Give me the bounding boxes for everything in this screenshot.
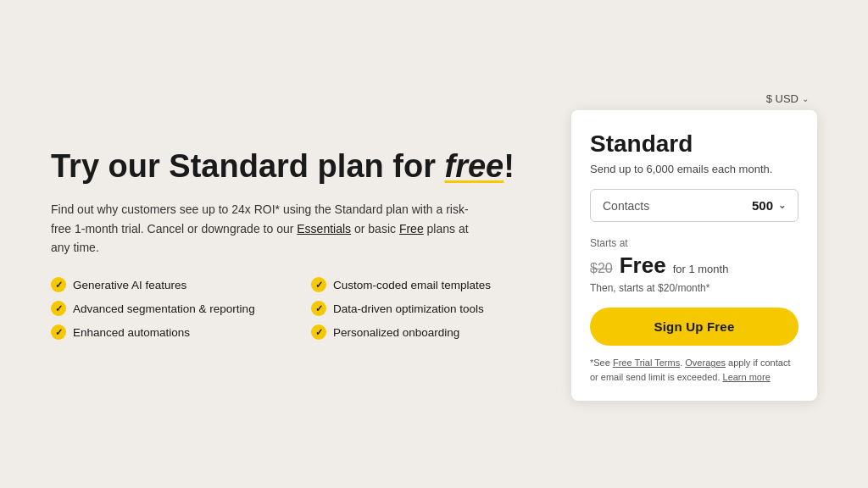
free-link[interactable]: Free [399, 222, 424, 236]
feature-label-5: Enhanced automations [73, 326, 190, 339]
features-grid: Generative AI features Custom-coded emai… [51, 277, 537, 340]
overages-link[interactable]: Overages [685, 358, 726, 368]
feature-item: Advanced segmentation & reporting [51, 301, 277, 316]
free-trial-terms-link[interactable]: Free Trial Terms [613, 358, 680, 368]
feature-label-2: Custom-coded email templates [333, 279, 491, 291]
plan-name: Standard [590, 130, 798, 158]
plan-subtitle: Send up to 6,000 emails each month. [590, 163, 798, 175]
essentials-link[interactable]: Essentials [297, 222, 351, 236]
contacts-value-group: 500 ⌄ [752, 198, 786, 213]
check-icon-2 [311, 277, 326, 292]
headline-free: free [445, 148, 504, 184]
right-section: $ USD ⌄ Standard Send up to 6,000 emails… [571, 87, 817, 401]
currency-chevron-icon: ⌄ [802, 94, 809, 103]
pricing-row: $20 Free for 1 month [590, 252, 798, 279]
for-period: for 1 month [673, 263, 729, 275]
feature-label-4: Data-driven optimization tools [333, 302, 484, 315]
contacts-number: 500 [752, 198, 773, 213]
feature-item: Generative AI features [51, 277, 277, 292]
feature-label-1: Generative AI features [73, 279, 186, 291]
check-icon-4 [311, 301, 326, 316]
signup-button[interactable]: Sign Up Free [590, 308, 798, 346]
then-starts: Then, starts at $20/month* [590, 282, 798, 294]
check-icon-5 [51, 324, 66, 340]
headline-part2: ! [504, 148, 515, 184]
feature-item: Data-driven optimization tools [311, 301, 537, 316]
check-icon-3 [51, 301, 66, 316]
description-mid: or basic [351, 222, 399, 236]
learn-more-link[interactable]: Learn more [723, 372, 771, 382]
currency-label: $ USD [766, 92, 798, 105]
feature-item: Custom-coded email templates [311, 277, 537, 292]
contacts-chevron-icon: ⌄ [778, 200, 786, 211]
check-icon-1 [51, 277, 66, 292]
headline: Try our Standard plan for free! [51, 148, 537, 186]
currency-bar[interactable]: $ USD ⌄ [571, 87, 817, 110]
description: Find out why customers see up to 24x ROI… [51, 200, 475, 257]
disclaimer: *See Free Trial Terms. Overages apply if… [590, 356, 798, 384]
check-icon-6 [311, 324, 326, 340]
feature-item: Personalized onboarding [311, 324, 537, 340]
starts-at-label: Starts at [590, 237, 798, 249]
left-section: Try our Standard plan for free! Find out… [51, 148, 537, 341]
pricing-card: Standard Send up to 6,000 emails each mo… [571, 110, 817, 401]
original-price: $20 [590, 261, 613, 276]
headline-part1: Try our Standard plan for [51, 148, 445, 184]
feature-label-6: Personalized onboarding [333, 326, 459, 339]
feature-label-3: Advanced segmentation & reporting [73, 302, 255, 315]
contacts-label: Contacts [603, 199, 649, 213]
contacts-dropdown[interactable]: Contacts 500 ⌄ [590, 189, 798, 222]
feature-item: Enhanced automations [51, 324, 277, 340]
free-price: Free [620, 252, 666, 279]
